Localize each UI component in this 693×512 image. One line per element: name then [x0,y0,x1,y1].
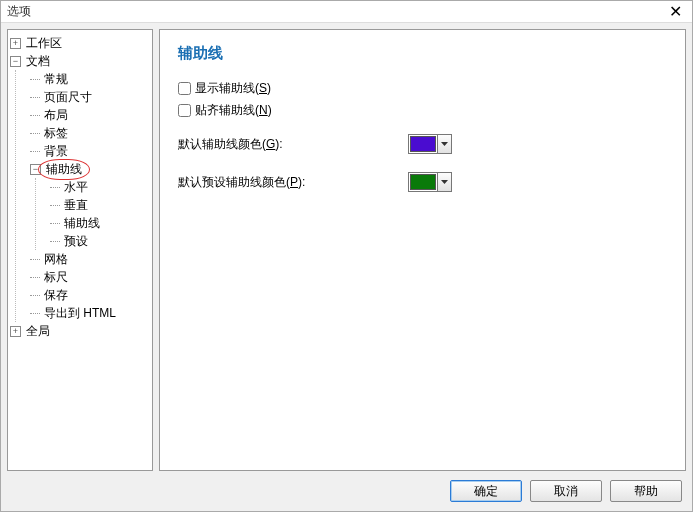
snap-guides-checkbox[interactable] [178,104,191,117]
cancel-button[interactable]: 取消 [530,480,602,502]
snap-guides-row: 贴齐辅助线(N) [178,99,667,121]
show-guides-checkbox[interactable] [178,82,191,95]
color-swatch [410,174,436,190]
collapse-icon[interactable]: − [30,164,41,175]
expand-icon[interactable]: + [10,38,21,49]
color-swatch [410,136,436,152]
expand-icon[interactable]: + [10,326,21,337]
tree-node-export-html[interactable]: 导出到 HTML [42,305,118,322]
preset-guide-color-label: 默认预设辅助线颜色(P): [178,174,408,191]
tree-node-document[interactable]: 文档 [24,53,52,70]
tree-node-grid[interactable]: 网格 [42,251,70,268]
chevron-down-icon[interactable] [437,173,451,191]
default-guide-color-label: 默认辅助线颜色(G): [178,136,408,153]
tree-node-page-size[interactable]: 页面尺寸 [42,89,94,106]
titlebar: 选项 ✕ [1,1,692,23]
close-icon[interactable]: ✕ [665,4,686,20]
tree-node-layout[interactable]: 布局 [42,107,70,124]
tree-pane[interactable]: + 工作区 − 文档 常规 页面尺寸 布局 标签 [7,29,153,471]
panel-heading: 辅助线 [178,44,667,63]
tree-node-labels[interactable]: 标签 [42,125,70,142]
tree-node-guides-sub[interactable]: 辅助线 [62,215,102,232]
dialog-footer: 确定 取消 帮助 [1,471,692,511]
tree-node-guides[interactable]: 辅助线 [44,161,84,178]
preset-guide-color-row: 默认预设辅助线颜色(P): [178,167,667,197]
window-title: 选项 [7,3,31,20]
content-pane: 辅助线 显示辅助线(S) 贴齐辅助线(N) 默认辅助线颜色(G): [159,29,686,471]
nav-tree: + 工作区 − 文档 常规 页面尺寸 布局 标签 [10,34,150,340]
tree-node-horizontal[interactable]: 水平 [62,179,90,196]
ok-button[interactable]: 确定 [450,480,522,502]
help-button[interactable]: 帮助 [610,480,682,502]
tree-node-general[interactable]: 常规 [42,71,70,88]
preset-guide-color-picker[interactable] [408,172,452,192]
show-guides-label[interactable]: 显示辅助线(S) [195,80,271,97]
collapse-icon[interactable]: − [10,56,21,67]
tree-node-background[interactable]: 背景 [42,143,70,160]
options-dialog: 选项 ✕ + 工作区 − 文档 [0,0,693,512]
default-guide-color-picker[interactable] [408,134,452,154]
tree-node-vertical[interactable]: 垂直 [62,197,90,214]
tree-node-rulers[interactable]: 标尺 [42,269,70,286]
dialog-body: + 工作区 − 文档 常规 页面尺寸 布局 标签 [1,23,692,471]
tree-node-save[interactable]: 保存 [42,287,70,304]
tree-node-global[interactable]: 全局 [24,323,52,340]
tree-node-presets[interactable]: 预设 [62,233,90,250]
tree-node-workspace[interactable]: 工作区 [24,35,64,52]
chevron-down-icon[interactable] [437,135,451,153]
default-guide-color-row: 默认辅助线颜色(G): [178,129,667,159]
snap-guides-label[interactable]: 贴齐辅助线(N) [195,102,272,119]
show-guides-row: 显示辅助线(S) [178,77,667,99]
